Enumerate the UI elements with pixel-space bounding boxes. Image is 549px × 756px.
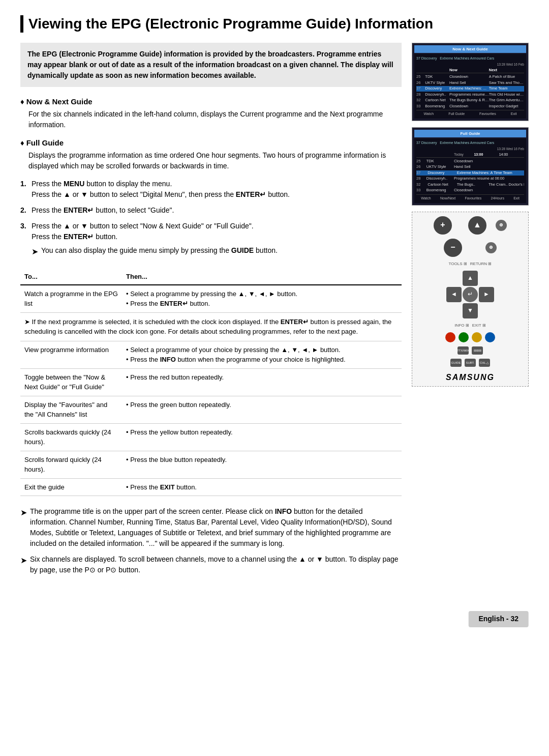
screen1-inner: 37 Discovery Extreme Machines Armoured C… <box>414 54 526 119</box>
dpad-up[interactable]: ▲ <box>463 271 478 286</box>
step-1-content: Press the MENU button to display the men… <box>32 179 402 200</box>
footer-label: English - 32 <box>468 611 529 627</box>
steps-list: 1. Press the MENU button to display the … <box>20 179 402 261</box>
screen1-footer-watch: Watch <box>424 111 434 117</box>
left-content: The EPG (Electronic Programme Guide) inf… <box>20 43 402 581</box>
remote-exit-label: EXIT ⊞ <box>472 323 486 328</box>
remote-top-row: + ▲ ⊕ <box>434 216 507 235</box>
full-guide-screen: Full Guide 37 Discovery Extreme Machines… <box>412 127 529 206</box>
screen2-row-37: 37DiscoveryExtreme Machines: Arm...Time … <box>416 170 524 176</box>
remote-yellow-btn[interactable] <box>472 332 482 342</box>
remote-control: + ▲ ⊕ − ⊕ TOOLS ⊞ RETURN ⊞ <box>412 212 529 387</box>
dpad-left[interactable]: ◄ <box>446 287 462 302</box>
remote-mid-row: − ⊕ <box>444 239 497 257</box>
intro-box: The EPG (Electronic Programme Guide) inf… <box>20 43 402 87</box>
screen2-title: Full Guide <box>414 130 526 137</box>
screen1-footer: Watch Full Guide Favourites Exit <box>416 110 524 117</box>
remote-green-btn[interactable] <box>459 332 469 342</box>
remote-image: + ▲ ⊕ − ⊕ TOOLS ⊞ RETURN ⊞ <box>415 215 525 384</box>
now-next-screen: Now & Next Guide 37 Discovery Extreme Ma… <box>412 43 529 121</box>
table-cell-then: • Press the EXIT button. <box>122 478 402 496</box>
remote-labels-row: TOOLS ⊞ RETURN ⊞ <box>449 261 492 267</box>
screen2-col-headers: Today 13:00 14:00 <box>416 152 524 158</box>
remote-guide-row: GUIDE SUBT. CHL.△ <box>450 359 490 367</box>
step-1: 1. Press the MENU button to display the … <box>20 179 402 200</box>
screen1-row-25: 25TDKClosedownA Patch of Blue <box>416 74 524 80</box>
table-header-then: Then... <box>122 269 402 285</box>
screen2-footer-favs: Favourites <box>465 196 482 201</box>
table-row: Scrolls forward quickly (24 hours). • Pr… <box>20 451 402 478</box>
table-row: View programme information • Select a pr… <box>20 341 402 368</box>
dpad-enter[interactable]: ↵ <box>463 287 478 302</box>
dpad-down[interactable]: ▼ <box>463 303 478 318</box>
bottom-note-2: ➤ Six channels are displayed. To scroll … <box>20 554 402 575</box>
screen1-title: Now & Next Guide <box>414 45 526 53</box>
screen2-row-25: 25TDKClosedown <box>416 159 524 164</box>
screen2-row-26: 26UKTV StyleHand Sell <box>416 164 524 170</box>
remote-blue-btn[interactable] <box>485 332 495 342</box>
diamond-icon-2: ♦ <box>20 138 24 147</box>
remote-side-btn-2[interactable]: ⊕ <box>485 242 497 253</box>
table-cell-then: • Press the green button repeatedly. <box>122 396 402 423</box>
remote-tools-label: TOOLS ⊞ <box>449 261 467 267</box>
remote-dpad: ▲ ◄ ↵ ► ▼ <box>446 271 494 318</box>
full-guide-header: ♦Full Guide <box>20 137 402 148</box>
screen2-highlight: 37 Discovery Extreme Machines Armoured C… <box>416 140 524 146</box>
screen1-row-26: 26UKTV StyleHand SellSaw This and Though… <box>416 80 524 86</box>
table-row: Exit the guide • Press the EXIT button. <box>20 478 402 496</box>
remote-dpad-container: ▲ ◄ ↵ ► ▼ <box>446 271 494 318</box>
screen1-footer-favourites: Favourites <box>479 111 496 117</box>
screen1-row-37: 37DiscoveryExtreme Machines: Ar...Time T… <box>416 86 524 92</box>
remote-color-btns <box>445 332 495 342</box>
remote-misc-btn[interactable]: ⊞⊞⊞ <box>472 346 483 355</box>
step-3-num: 3. <box>20 221 32 261</box>
remote-red-btn[interactable] <box>445 332 455 342</box>
screen2-footer-24h: 24Hours <box>491 196 504 201</box>
arrow-icon-3: ➤ <box>20 507 27 549</box>
screen2-inner: 37 Discovery Extreme Machines Armoured C… <box>414 138 526 202</box>
remote-minus-btn[interactable]: − <box>444 239 462 257</box>
remote-guide-btn[interactable]: GUIDE <box>450 359 462 367</box>
screen1-highlight: 37 Discovery Extreme Machines Armoured C… <box>416 56 524 61</box>
table-header-to: To... <box>20 269 122 285</box>
remote-ttxmix-btn[interactable]: TTX/MIX <box>458 346 469 355</box>
table-row: Scrolls backwards quickly (24 hours). • … <box>20 423 402 451</box>
table-cell-to: View programme information <box>20 341 122 368</box>
remote-info-label: INFO ⊞ <box>454 323 469 328</box>
table-cell-to: Scrolls forward quickly (24 hours). <box>20 451 122 478</box>
remote-subt-btn[interactable]: SUBT. <box>465 359 476 367</box>
table-cell-then: • Select a programme of your choice by p… <box>122 341 402 368</box>
step-3-content: Press the ▲ or ▼ button to select "Now &… <box>32 221 402 261</box>
table-cell-then: • Select a programme by pressing the ▲, … <box>122 285 402 313</box>
samsung-logo: SAMSUNG <box>446 372 495 383</box>
table-row: Display the "Favourites" and the "All Ch… <box>20 396 402 423</box>
screen1-datetime: 13:28 Wed 16 Feb <box>416 62 524 67</box>
dpad-right[interactable]: ► <box>479 287 494 302</box>
table-row: Toggle between the "Now & Next Guide" or… <box>20 368 402 396</box>
step-3-note: ➤ You can also display the guide menu si… <box>32 245 402 258</box>
now-next-header: ♦Now & Next Guide <box>20 96 402 107</box>
table-cell-to: Display the "Favourites" and the "All Ch… <box>20 396 122 423</box>
page-title: Viewing the EPG (Electronic Programme Gu… <box>20 15 529 33</box>
screen2-footer: Watch Now/Next Favourites 24Hours Exit <box>416 194 524 201</box>
screen2-row-32: 32Cartoon NetThe Bugs..The Cram.. Doctor… <box>416 182 524 188</box>
step-3: 3. Press the ▲ or ▼ button to select "No… <box>20 221 402 261</box>
bottom-note-1: ➤ The programme title is on the upper pa… <box>20 506 402 549</box>
remote-plus-btn[interactable]: + <box>434 216 452 235</box>
remote-up-btn[interactable]: ▲ <box>468 216 486 235</box>
table-cell-to: Scrolls backwards quickly (24 hours). <box>20 423 122 451</box>
footer-container: English - 32 <box>20 596 529 627</box>
full-guide-desc: Displays the programme information as ti… <box>28 150 402 171</box>
screen2-footer-nownext: Now/Next <box>440 196 455 201</box>
table-cell-then: • Press the blue button repeatedly. <box>122 451 402 478</box>
screen2-row-33: 33BoomerangClosedown <box>416 188 524 193</box>
table-cell-to: Toggle between the "Now & Next Guide" or… <box>20 368 122 396</box>
remote-chl-btn[interactable]: CHL.△ <box>479 359 490 367</box>
now-next-desc: For the six channels indicated in the le… <box>28 109 402 130</box>
remote-side-btn-1[interactable]: ⊕ <box>496 220 507 231</box>
right-sidebar: Now & Next Guide 37 Discovery Extreme Ma… <box>412 43 529 581</box>
screen1-footer-fullguide: Full Guide <box>448 111 465 117</box>
screen2-footer-exit: Exit <box>513 196 520 201</box>
screen2-row-28: 28Discoveryh..Programmes resume at 06:00 <box>416 176 524 182</box>
bottom-notes: ➤ The programme title is on the upper pa… <box>20 506 402 575</box>
